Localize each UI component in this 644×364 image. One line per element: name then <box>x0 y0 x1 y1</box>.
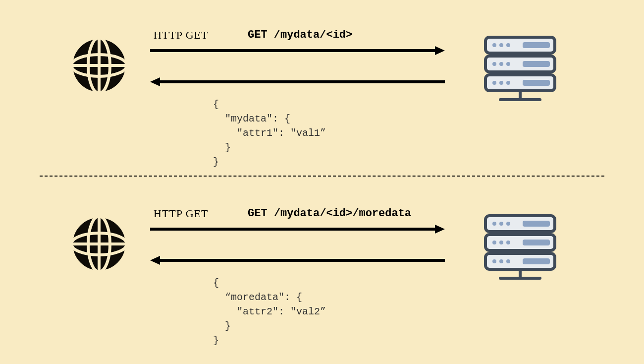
svg-point-40 <box>492 222 496 226</box>
svg-marker-9 <box>150 77 160 86</box>
svg-rect-16 <box>523 42 550 48</box>
http-response-body-1: { "mydata": { "attr1": "val1” } } <box>213 97 326 169</box>
http-method-label-1: HTTP GET <box>154 29 208 42</box>
svg-point-45 <box>499 241 503 244</box>
http-request-line-1: GET /mydata/<id> <box>248 29 352 41</box>
svg-rect-43 <box>523 221 550 227</box>
svg-point-13 <box>492 43 496 47</box>
svg-rect-24 <box>523 80 550 86</box>
svg-marker-34 <box>435 225 445 234</box>
svg-marker-36 <box>150 256 160 265</box>
svg-point-21 <box>492 81 496 85</box>
svg-rect-51 <box>523 258 550 264</box>
svg-point-46 <box>506 241 510 244</box>
svg-point-18 <box>499 62 503 66</box>
svg-point-15 <box>506 43 510 47</box>
svg-point-48 <box>492 259 496 263</box>
svg-point-22 <box>499 81 503 85</box>
section-divider <box>40 176 604 177</box>
http-method-label-2: HTTP GET <box>154 207 208 220</box>
svg-point-44 <box>492 241 496 244</box>
server-icon <box>481 213 560 282</box>
svg-point-49 <box>499 259 503 263</box>
svg-rect-47 <box>523 240 550 245</box>
svg-rect-20 <box>523 61 550 67</box>
svg-point-14 <box>499 43 503 47</box>
svg-marker-7 <box>435 46 445 55</box>
arrow-pair-2 <box>150 221 445 268</box>
globe-icon <box>69 36 129 95</box>
arrow-pair-1 <box>150 42 445 89</box>
svg-point-41 <box>499 222 503 226</box>
server-icon <box>481 34 560 104</box>
svg-point-42 <box>506 222 510 226</box>
svg-point-50 <box>506 259 510 263</box>
svg-point-19 <box>506 62 510 66</box>
http-response-body-2: { “moredata": { "attr2": "val2” } } <box>213 276 326 348</box>
svg-point-17 <box>492 62 496 66</box>
http-request-line-2: GET /mydata/<id>/moredata <box>248 207 411 220</box>
svg-point-23 <box>506 81 510 85</box>
globe-icon <box>69 214 129 274</box>
